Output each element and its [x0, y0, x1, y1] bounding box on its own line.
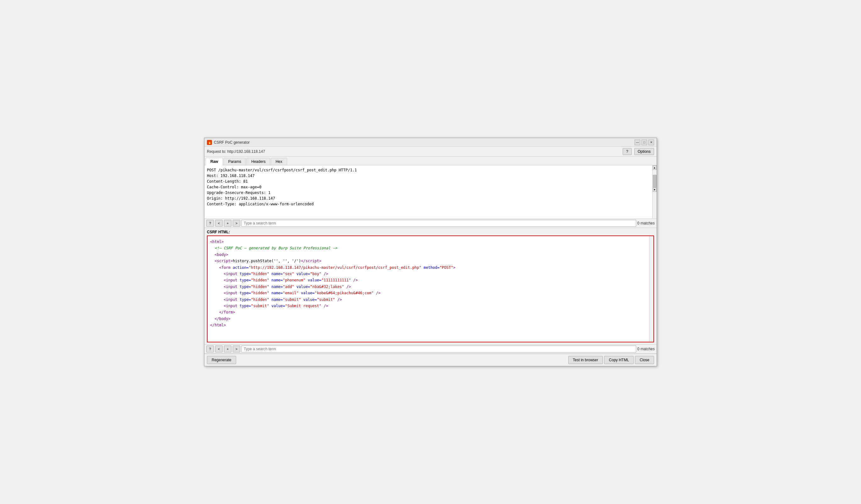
- test-in-browser-button[interactable]: Test in browser: [568, 356, 603, 364]
- search-help-button-bottom[interactable]: ?: [206, 345, 214, 352]
- maximize-button[interactable]: □: [642, 140, 647, 145]
- copy-html-button[interactable]: Copy HTML: [604, 356, 634, 364]
- search-next-prev-button-bottom[interactable]: +: [224, 345, 231, 352]
- csrf-section: CSRF HTML: <html> <!— CSRF PoC – generat…: [204, 228, 657, 344]
- csrf-poc-window: 🔥 CSRF PoC generator — □ ✕ Request to: h…: [204, 138, 657, 366]
- search-next-button-bottom[interactable]: >: [233, 345, 240, 352]
- search-bar-top: ? < + > 0 matches: [204, 219, 657, 228]
- search-next-button-top[interactable]: >: [233, 220, 240, 227]
- csrf-html-box: <html> <!— CSRF PoC – generated by Burp …: [207, 235, 654, 342]
- options-button[interactable]: Options: [634, 148, 654, 155]
- raw-content-area: POST /pikachu-master/vul/csrf/csrfpost/c…: [204, 165, 657, 219]
- minimize-button[interactable]: —: [634, 140, 640, 145]
- search-input-top[interactable]: [242, 220, 636, 227]
- close-dialog-button[interactable]: Close: [635, 356, 654, 364]
- search-next-prev-button-top[interactable]: +: [224, 220, 231, 227]
- tab-params[interactable]: Params: [223, 158, 246, 165]
- regenerate-button[interactable]: Regenerate: [207, 356, 236, 364]
- csrf-html-code: <html> <!— CSRF PoC – generated by Burp …: [210, 239, 651, 328]
- scrollbar-up-button[interactable]: ▲: [653, 165, 657, 170]
- toolbar-help-button[interactable]: ?: [623, 148, 632, 155]
- matches-count-bottom: 0 matches: [638, 347, 655, 351]
- window-title: CSRF PoC generator: [214, 140, 634, 145]
- window-controls: — □ ✕: [634, 140, 654, 145]
- right-buttons: Test in browser Copy HTML Close: [568, 356, 654, 364]
- search-bar-bottom: ? < + > 0 matches: [204, 344, 657, 354]
- tab-hex[interactable]: Hex: [271, 158, 287, 165]
- bottom-buttons-row: Regenerate Test in browser Copy HTML Clo…: [204, 354, 657, 366]
- search-prev-button-bottom[interactable]: <: [215, 345, 223, 352]
- request-to-label: Request to: http://192.168.118.147: [207, 149, 620, 154]
- left-buttons: Regenerate: [207, 356, 236, 364]
- search-prev-button-top[interactable]: <: [215, 220, 223, 227]
- tab-headers[interactable]: Headers: [247, 158, 270, 165]
- search-help-button-top[interactable]: ?: [206, 220, 214, 227]
- csrf-html-label: CSRF HTML:: [207, 230, 654, 234]
- tab-raw[interactable]: Raw: [206, 158, 223, 165]
- title-bar: 🔥 CSRF PoC generator — □ ✕: [204, 138, 657, 147]
- matches-count-top: 0 matches: [638, 221, 655, 226]
- csrf-scrollbar[interactable]: [649, 236, 654, 342]
- raw-scrollbar[interactable]: ▲ ▼: [652, 165, 657, 219]
- close-button[interactable]: ✕: [648, 140, 654, 145]
- raw-text: POST /pikachu-master/vul/csrf/csrfpost/c…: [207, 167, 654, 207]
- app-icon: 🔥: [207, 140, 212, 145]
- search-input-bottom[interactable]: [242, 345, 636, 352]
- scrollbar-down-button[interactable]: ▼: [653, 187, 657, 192]
- scrollbar-thumb[interactable]: [653, 175, 657, 187]
- toolbar: Request to: http://192.168.118.147 ? Opt…: [204, 147, 657, 156]
- tabs-row: Raw Params Headers Hex: [204, 156, 657, 165]
